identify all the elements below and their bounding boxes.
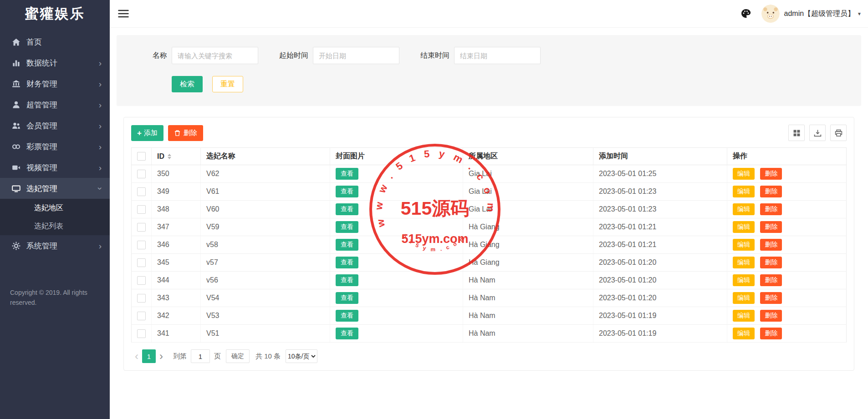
prev-page-button[interactable]: ‹ — [131, 351, 142, 362]
avatar[interactable] — [761, 5, 780, 23]
row-checkbox[interactable] — [137, 170, 146, 178]
delete-button[interactable]: 删除 — [760, 292, 782, 304]
sort-icon[interactable] — [168, 154, 171, 159]
edit-button[interactable]: 编辑 — [733, 310, 755, 322]
delete-button[interactable]: 删除 — [760, 186, 782, 197]
delete-button[interactable]: 删除 — [760, 203, 782, 215]
row-checkbox[interactable] — [137, 223, 146, 232]
row-checkbox[interactable] — [137, 312, 146, 320]
delete-button[interactable]: 删除 — [760, 328, 782, 339]
batch-delete-button[interactable]: 删除 — [168, 125, 203, 141]
view-button[interactable]: 查看 — [336, 274, 358, 286]
edit-button[interactable]: 编辑 — [733, 203, 755, 215]
sidebar-item-label: 财务管理 — [26, 79, 57, 89]
delete-button[interactable]: 删除 — [760, 168, 782, 180]
view-button[interactable]: 查看 — [336, 310, 358, 322]
row-checkbox[interactable] — [137, 294, 146, 303]
delete-button[interactable]: 删除 — [760, 310, 782, 322]
sidebar-item-members[interactable]: 会员管理 › — [0, 115, 110, 136]
grid-icon — [793, 129, 801, 137]
export-button[interactable] — [809, 125, 826, 141]
edit-button[interactable]: 编辑 — [733, 239, 755, 251]
row-actions: 编辑 删除 — [727, 254, 847, 272]
print-button[interactable] — [830, 125, 847, 141]
keyword-input[interactable] — [172, 47, 258, 64]
view-button[interactable]: 查看 — [336, 221, 358, 233]
sidebar-item-statistics[interactable]: 数据统计 › — [0, 52, 110, 73]
view-button[interactable]: 查看 — [336, 186, 358, 197]
reset-button[interactable]: 重置 — [212, 76, 243, 92]
start-date-input[interactable] — [313, 47, 399, 64]
row-name: V61 — [201, 183, 330, 201]
table-row: 348 V60 查看 Gia Lai 2023-05-01 01:23 编辑 删… — [132, 201, 847, 218]
sidebar-item-lottery[interactable]: 彩票管理 › — [0, 136, 110, 157]
delete-button[interactable]: 删除 — [760, 221, 782, 233]
row-checkbox-cell — [132, 201, 152, 218]
theme-palette-icon[interactable] — [740, 8, 751, 19]
pagination: ‹ 1 › 到第 页 确定 共 10 条 10条/页 — [131, 349, 847, 363]
row-actions: 编辑 删除 — [727, 201, 847, 218]
row-checkbox[interactable] — [137, 241, 146, 249]
row-checkbox[interactable] — [137, 276, 146, 285]
view-button[interactable]: 查看 — [336, 257, 358, 268]
view-button[interactable]: 查看 — [336, 292, 358, 304]
row-checkbox[interactable] — [137, 187, 146, 196]
sidebar-item-finance[interactable]: 财务管理 › — [0, 73, 110, 94]
chevron-right-icon: › — [99, 80, 102, 88]
sidebar-item-home[interactable]: 首页 — [0, 31, 110, 52]
view-button[interactable]: 查看 — [336, 239, 358, 251]
row-actions: 编辑 删除 — [727, 289, 847, 307]
row-checkbox[interactable] — [137, 205, 146, 214]
edit-button[interactable]: 编辑 — [733, 186, 755, 197]
delete-button[interactable]: 删除 — [760, 274, 782, 286]
row-cover: 查看 — [330, 307, 463, 325]
edit-button[interactable]: 编辑 — [733, 328, 755, 339]
sidebar-subitem-xuanfei-region[interactable]: 选妃地区 — [0, 199, 110, 217]
page-unit-label: 页 — [214, 352, 221, 361]
search-button[interactable]: 检索 — [172, 76, 203, 92]
batch-delete-label: 删除 — [184, 129, 197, 137]
user-menu[interactable]: admin【超级管理员】 ▼ — [784, 9, 862, 19]
row-checkbox-cell — [132, 289, 152, 307]
sidebar-item-superadmin[interactable]: 超管管理 › — [0, 94, 110, 115]
search-panel: 名称 起始时间 结束时间 检索 重置 — [117, 35, 861, 106]
edit-button[interactable]: 编辑 — [733, 274, 755, 286]
view-button[interactable]: 查看 — [336, 328, 358, 339]
sidebar-item-video[interactable]: 视频管理 › — [0, 157, 110, 178]
row-checkbox-cell — [132, 218, 152, 236]
next-page-button[interactable]: › — [156, 351, 167, 362]
header-time: 添加时间 — [593, 148, 727, 165]
select-all-checkbox[interactable] — [137, 152, 146, 161]
column-filter-button[interactable] — [788, 125, 805, 141]
sidebar-subitem-xuanfei-list[interactable]: 选妃列表 — [0, 217, 110, 235]
row-name: V53 — [201, 307, 330, 325]
row-id: 342 — [152, 307, 201, 325]
current-page-button[interactable]: 1 — [142, 349, 156, 363]
delete-button[interactable]: 删除 — [760, 257, 782, 268]
sidebar: 蜜獾娱乐 首页 数据统计 › 财务管理 › 超管管理 › 会员管理 › 彩票管理 — [0, 0, 110, 419]
edit-button[interactable]: 编辑 — [733, 168, 755, 180]
edit-button[interactable]: 编辑 — [733, 292, 755, 304]
edit-button[interactable]: 编辑 — [733, 257, 755, 268]
page-size-select[interactable]: 10条/页 — [286, 349, 317, 363]
row-region: Hà Giang — [463, 218, 593, 236]
end-date-input[interactable] — [454, 47, 541, 64]
data-table: ID 选妃名称 封面图片 所属地区 添加时间 操作 350 — [131, 147, 847, 343]
view-button[interactable]: 查看 — [336, 203, 358, 215]
delete-button[interactable]: 删除 — [760, 239, 782, 251]
row-cover: 查看 — [330, 201, 463, 218]
view-button[interactable]: 查看 — [336, 168, 358, 180]
goto-page-input[interactable] — [191, 349, 210, 363]
row-checkbox-cell — [132, 307, 152, 325]
confirm-page-button[interactable]: 确定 — [226, 349, 250, 363]
sidebar-item-system[interactable]: 系统管理 › — [0, 235, 110, 256]
row-cover: 查看 — [330, 289, 463, 307]
menu-toggle-button[interactable] — [118, 10, 129, 18]
add-button[interactable]: + 添加 — [131, 125, 163, 141]
row-checkbox[interactable] — [137, 258, 146, 267]
edit-button[interactable]: 编辑 — [733, 221, 755, 233]
row-checkbox[interactable] — [137, 329, 146, 338]
table-row: 346 v58 查看 Hà Giang 2023-05-01 01:21 编辑 … — [132, 236, 847, 254]
sidebar-item-xuanfei[interactable]: 选妃管理 › — [0, 178, 110, 199]
row-name: V54 — [201, 289, 330, 307]
